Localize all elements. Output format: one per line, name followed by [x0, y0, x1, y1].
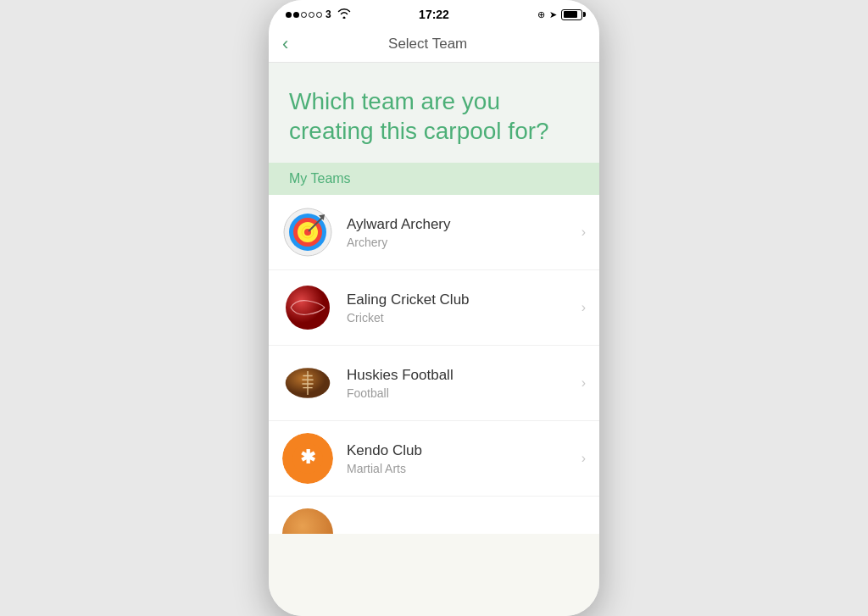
hero-title: Which team are you creating this carpool…	[289, 86, 579, 146]
kendo-asterisk-svg: ✱	[292, 443, 323, 474]
nav-bar: ‹ Select Team	[269, 25, 599, 63]
team-sport-archery: Archery	[347, 236, 575, 249]
dot-5	[316, 12, 322, 18]
team-icon-fifth	[282, 508, 333, 534]
hero-section: Which team are you creating this carpool…	[269, 63, 599, 163]
back-button[interactable]: ‹	[282, 31, 295, 57]
team-icon-football	[282, 358, 333, 408]
football-svg	[282, 362, 333, 404]
team-sport-football: Football	[347, 386, 575, 400]
chevron-icon-football: ›	[581, 375, 586, 391]
chevron-icon-archery: ›	[581, 225, 586, 240]
battery-fill	[564, 11, 577, 18]
wifi-icon	[337, 8, 351, 21]
team-item-archery[interactable]: Aylward Archery Archery ›	[269, 195, 599, 270]
team-item-partial	[269, 497, 599, 534]
archery-target-svg	[282, 207, 333, 258]
main-content: Which team are you creating this carpool…	[269, 63, 599, 616]
team-info-kendo: Kendo Club Martial Arts	[347, 442, 575, 475]
phone-frame: 3 17:22 ⊕ ➤ ‹ Select Team	[269, 0, 599, 616]
team-item-cricket[interactable]: Ealing Cricket Club Cricket ›	[269, 270, 599, 346]
team-name-kendo: Kendo Club	[347, 442, 575, 459]
status-time: 17:22	[419, 8, 449, 21]
signal-number: 3	[326, 8, 331, 20]
chevron-icon-kendo: ›	[581, 451, 586, 466]
team-item-kendo[interactable]: ✱ Kendo Club Martial Arts ›	[269, 421, 599, 497]
team-sport-cricket: Cricket	[347, 311, 575, 325]
cricket-ball-svg	[284, 284, 331, 331]
dot-2	[293, 12, 299, 18]
team-list: Aylward Archery Archery ›	[269, 195, 599, 534]
team-icon-archery	[282, 207, 333, 258]
signal-dots	[286, 12, 322, 18]
my-teams-section-header: My Teams	[269, 163, 599, 195]
team-item-football[interactable]: Huskies Football Football ›	[269, 346, 599, 421]
dot-4	[309, 12, 314, 18]
status-right: ⊕ ➤	[537, 9, 582, 20]
battery-icon	[561, 9, 582, 20]
team-info-football: Huskies Football Football	[347, 367, 575, 400]
team-sport-kendo: Martial Arts	[347, 462, 575, 475]
nav-title: Select Team	[295, 36, 560, 53]
dot-1	[286, 12, 292, 18]
dot-3	[301, 12, 307, 18]
chevron-icon-cricket: ›	[581, 300, 586, 315]
team-info-archery: Aylward Archery Archery	[347, 216, 575, 249]
team-name-football: Huskies Football	[347, 367, 575, 384]
svg-point-8	[286, 286, 330, 330]
team-icon-kendo: ✱	[282, 433, 333, 484]
status-left: 3	[286, 8, 351, 21]
status-bar: 3 17:22 ⊕ ➤	[269, 0, 599, 25]
location-icon: ⊕	[537, 9, 545, 20]
svg-text:✱: ✱	[300, 447, 316, 468]
team-info-cricket: Ealing Cricket Club Cricket	[347, 291, 575, 325]
team-icon-cricket	[282, 282, 333, 333]
my-teams-label: My Teams	[289, 171, 351, 186]
team-name-archery: Aylward Archery	[347, 216, 575, 233]
team-name-cricket: Ealing Cricket Club	[347, 291, 575, 308]
navigation-icon: ➤	[549, 9, 557, 20]
kendo-star-icon: ✱	[282, 433, 333, 484]
